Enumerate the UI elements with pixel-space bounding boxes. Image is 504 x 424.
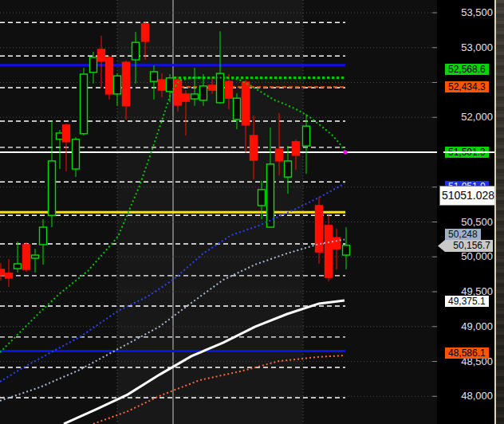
ma-end-dot [344, 150, 348, 154]
candle-body [303, 126, 310, 146]
last-price-pointer-badge: 50,156.7 [438, 240, 493, 252]
desktop-texture-strip [496, 0, 504, 424]
candle [81, 68, 88, 135]
candle-body [90, 57, 97, 73]
axis-value-tooltip: 51051.028 [439, 186, 497, 206]
candle-body [325, 226, 333, 277]
candle-body [106, 57, 113, 94]
candle-body [142, 24, 149, 41]
candle-body [200, 86, 207, 100]
candle-body [0, 269, 5, 275]
candle-body [151, 72, 158, 81]
axis-price-label: 52,000 [437, 112, 493, 123]
candle-body [258, 190, 266, 206]
candle-body [234, 98, 241, 120]
candle-body [73, 139, 80, 169]
candle-body [226, 81, 233, 98]
axis-price-label: 53,500 [437, 7, 493, 18]
candle-body [183, 94, 190, 101]
candle-body [293, 142, 300, 155]
white-level-line-extension [443, 151, 494, 153]
candle-body [81, 74, 88, 134]
price-badge: 48,586.1 [445, 347, 489, 359]
price-badge: 50,248 [445, 229, 481, 240]
candle-body [159, 80, 166, 90]
candle-body [167, 78, 174, 92]
candle-body [32, 255, 39, 258]
candle-body [6, 273, 13, 278]
candle-body [333, 238, 341, 249]
candle [23, 242, 30, 272]
candle-body [285, 161, 292, 177]
price-badge: 52,568.6 [445, 64, 489, 75]
price-badge: 49,375.1 [445, 296, 489, 307]
axis-price-label: 48,000 [437, 391, 493, 402]
trading-chart-window: 53,50053,00052,00050,50050,00049,50049,0… [0, 0, 504, 424]
candle-body [23, 245, 30, 269]
candle-body [250, 135, 258, 160]
candle-body [14, 264, 22, 269]
price-axis[interactable]: 53,50053,00052,00050,50050,00049,50049,0… [437, 0, 495, 424]
candle-body [123, 62, 130, 106]
axis-price-label: 50,000 [437, 251, 493, 262]
price-badge: 52,434.3 [445, 81, 489, 92]
candle-body [40, 227, 47, 245]
candle-body [98, 49, 105, 61]
axis-price-label: 50,500 [437, 217, 493, 228]
candle-body [132, 42, 140, 60]
candle-body [343, 245, 350, 255]
candle-body [63, 125, 70, 142]
candle-body [49, 161, 56, 215]
candle-body [209, 85, 216, 90]
axis-price-label: 53,000 [437, 42, 493, 53]
candle-body [267, 164, 274, 227]
candle [325, 215, 333, 281]
candle [106, 56, 113, 100]
candle-body [191, 94, 199, 99]
candle-body [114, 76, 121, 94]
candle-body [276, 149, 283, 161]
axis-price-label: 49,000 [437, 321, 493, 332]
price-chart-canvas[interactable] [0, 0, 443, 424]
candle-body [242, 82, 250, 125]
candle-body [175, 80, 182, 105]
